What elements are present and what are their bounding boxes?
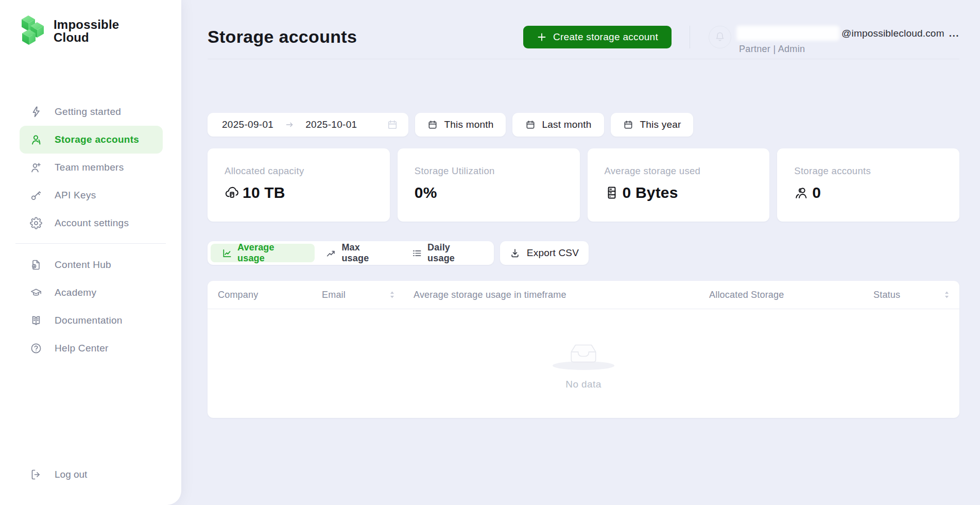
logout-icon — [30, 468, 42, 481]
column-header-status[interactable]: Status — [873, 290, 959, 300]
preset-this-month-button[interactable]: This month — [415, 113, 506, 137]
usage-tabs: Average usage Max usage Daily usage — [208, 241, 494, 265]
stat-value: 0 — [812, 184, 821, 201]
filters-row: 2025-09-01 2025-10-01 This month Last mo… — [208, 113, 959, 137]
content-hub-icon — [30, 259, 42, 271]
user-plus-icon — [30, 161, 42, 174]
sidebar-item-getting-started[interactable]: Getting started — [20, 98, 163, 126]
trend-up-icon — [326, 248, 336, 258]
sidebar-item-label: Documentation — [55, 315, 123, 326]
sidebar-item-api-keys[interactable]: API Keys — [20, 181, 163, 209]
download-icon — [510, 248, 520, 258]
brand-name: Impossible Cloud — [54, 18, 119, 44]
redacted-email-name — [736, 26, 839, 41]
stat-label: Storage Utilization — [415, 165, 580, 177]
sidebar-item-storage-accounts[interactable]: Storage accounts — [20, 126, 163, 154]
server-icon — [605, 186, 619, 200]
empty-state: No data — [545, 337, 622, 390]
column-header-allocated-storage: Allocated Storage — [709, 290, 873, 300]
stat-card-storage-utilization: Storage Utilization 0% — [398, 148, 580, 222]
header-divider — [690, 26, 690, 48]
preset-last-month-button[interactable]: Last month — [512, 113, 604, 137]
calendar-icon[interactable] — [387, 119, 398, 130]
stat-label: Storage accounts — [794, 165, 959, 177]
lightning-icon — [30, 106, 42, 118]
stats-row: Allocated capacity 10 TB Storage Utiliza… — [208, 148, 959, 222]
sidebar-item-label: Storage accounts — [55, 134, 139, 145]
date-to-value[interactable]: 2025-10-01 — [305, 119, 357, 130]
logout-button[interactable]: Log out — [20, 461, 163, 489]
logout-label: Log out — [55, 469, 87, 480]
brand-logo: Impossible Cloud — [0, 15, 181, 46]
stat-value: 0% — [415, 184, 437, 201]
users-icon — [794, 186, 809, 200]
stat-value: 10 TB — [243, 184, 285, 201]
column-header-email[interactable]: Email — [322, 290, 414, 300]
stat-card-allocated-capacity: Allocated capacity 10 TB — [208, 148, 390, 222]
tab-max-usage[interactable]: Max usage — [315, 244, 401, 262]
calendar-icon — [525, 120, 536, 130]
cloud-storage-icon — [225, 186, 239, 200]
arrow-right-icon — [285, 120, 294, 129]
sidebar-item-label: Account settings — [55, 217, 129, 229]
cubes-logo-icon — [21, 15, 45, 46]
user-icon — [30, 133, 42, 146]
user-email: @impossiblecloud.com ... — [736, 25, 959, 42]
key-icon — [30, 189, 42, 201]
date-from-value[interactable]: 2025-09-01 — [222, 119, 273, 130]
stat-value: 0 Bytes — [623, 184, 678, 201]
stat-label: Average storage used — [605, 165, 770, 177]
date-range-picker[interactable]: 2025-09-01 2025-10-01 — [208, 113, 408, 137]
export-csv-button[interactable]: Export CSV — [500, 241, 589, 265]
sidebar-item-label: Team members — [55, 162, 124, 173]
storage-accounts-table: Company Email Average storage usage in t… — [208, 281, 959, 418]
sidebar-item-help-center[interactable]: Help Center — [20, 334, 163, 362]
stat-label: Allocated capacity — [225, 165, 390, 177]
sidebar-item-label: Academy — [55, 287, 96, 298]
sidebar-item-documentation[interactable]: Documentation — [20, 307, 163, 334]
sidebar-nav: Getting started Storage accounts Team me… — [0, 98, 181, 362]
sidebar-item-label: API Keys — [55, 190, 96, 201]
empty-state-text: No data — [565, 379, 601, 390]
preset-this-year-button[interactable]: This year — [611, 113, 693, 137]
empty-inbox-icon — [566, 337, 600, 370]
sidebar-item-label: Getting started — [55, 106, 121, 117]
stat-card-average-storage-used: Average storage used 0 Bytes — [588, 148, 770, 222]
page-header: Storage accounts Create storage account … — [208, 25, 959, 49]
user-info[interactable]: @impossiblecloud.com ... Partner | Admin — [736, 25, 959, 55]
table-header-row: Company Email Average storage usage in t… — [208, 281, 959, 309]
plus-icon — [537, 32, 547, 42]
question-circle-icon — [30, 342, 42, 355]
user-role: Partner | Admin — [736, 44, 959, 55]
sort-icon[interactable] — [389, 291, 396, 299]
main-content: Storage accounts Create storage account … — [181, 0, 980, 505]
table-body: No data — [208, 309, 959, 418]
header-actions: Create storage account @impossiblecloud.… — [523, 25, 959, 55]
column-header-average-usage: Average storage usage in timeframe — [414, 290, 709, 300]
sidebar-divider — [15, 243, 166, 244]
sidebar-item-account-settings[interactable]: Account settings — [20, 209, 163, 237]
sidebar-item-label: Content Hub — [55, 259, 111, 271]
user-menu-ellipsis[interactable]: ... — [949, 28, 959, 39]
create-storage-account-button[interactable]: Create storage account — [523, 26, 672, 48]
sidebar-item-label: Help Center — [55, 343, 109, 354]
line-chart-icon — [222, 248, 232, 258]
sidebar-item-academy[interactable]: Academy — [20, 279, 163, 307]
sidebar-item-content-hub[interactable]: Content Hub — [20, 251, 163, 279]
bell-icon — [714, 31, 726, 43]
page-title: Storage accounts — [208, 25, 357, 48]
stat-card-storage-accounts: Storage accounts 0 — [777, 148, 959, 222]
graduation-cap-icon — [30, 287, 42, 299]
calendar-icon — [427, 120, 438, 130]
sort-icon[interactable] — [943, 291, 950, 299]
sidebar: Impossible Cloud Getting started Storage… — [0, 0, 181, 505]
notifications-button[interactable] — [709, 26, 731, 48]
calendar-icon — [623, 120, 633, 130]
email-domain: @impossiblecloud.com — [841, 28, 944, 39]
header-rule — [208, 59, 959, 59]
tab-daily-usage[interactable]: Daily usage — [401, 244, 491, 262]
open-book-icon — [30, 314, 42, 327]
tab-average-usage[interactable]: Average usage — [211, 244, 315, 262]
sidebar-item-team-members[interactable]: Team members — [20, 154, 163, 181]
list-icon — [412, 248, 422, 258]
